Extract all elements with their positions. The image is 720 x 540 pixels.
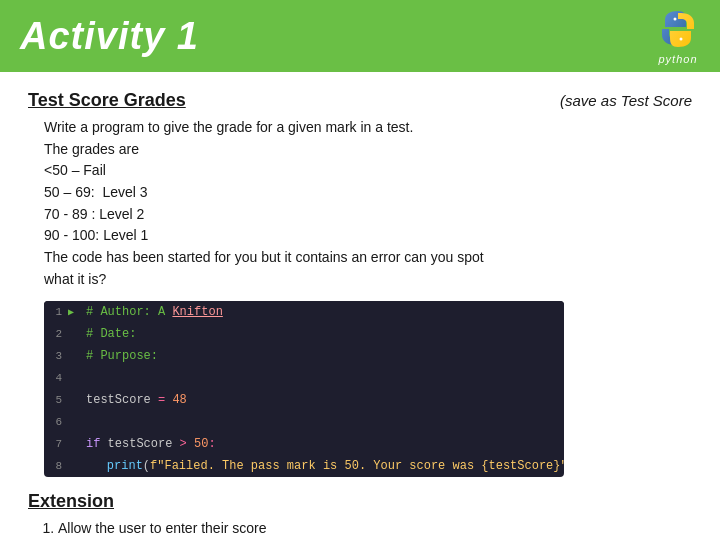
- line-number: 7: [44, 438, 68, 450]
- svg-point-1: [680, 38, 683, 41]
- code-text: # Date:: [86, 327, 136, 341]
- run-btn-spacer: [68, 460, 74, 471]
- code-line-1: 1 ▶ # Author: A Knifton: [44, 301, 564, 323]
- python-label: python: [658, 53, 697, 65]
- run-btn-spacer: [68, 350, 82, 361]
- line-number: 3: [44, 350, 68, 362]
- desc-line-4: 50 – 69: Level 3: [44, 182, 692, 204]
- section-save: (save as Test Score: [560, 92, 692, 109]
- line-number: 5: [44, 394, 68, 406]
- line-number: 6: [44, 416, 68, 428]
- run-btn-spacer: [68, 438, 82, 449]
- run-btn-spacer: [68, 416, 82, 427]
- code-line-3: 3 # Purpose:: [44, 345, 564, 367]
- code-line-5: 5 testScore = 48: [44, 389, 564, 411]
- description: Write a program to give the grade for a …: [28, 117, 692, 291]
- code-line-2: 2 # Date:: [44, 323, 564, 345]
- desc-line-1: Write a program to give the grade for a …: [44, 117, 692, 139]
- line-number: 2: [44, 328, 68, 340]
- code-line-7: 7 if testScore > 50:: [44, 433, 564, 455]
- line-number: 1: [44, 306, 68, 318]
- code-editor[interactable]: 1 ▶ # Author: A Knifton 2 # Date: 3 # Pu…: [44, 301, 564, 477]
- section-header: Test Score Grades (save as Test Score: [28, 90, 692, 111]
- desc-line-6: 90 - 100: Level 1: [44, 225, 692, 247]
- code-text: testScore = 48: [86, 393, 187, 407]
- run-btn-spacer: [68, 328, 82, 339]
- code-text: if testScore > 50:: [86, 437, 216, 451]
- desc-line-5: 70 - 89 : Level 2: [44, 204, 692, 226]
- run-button[interactable]: ▶: [68, 306, 82, 318]
- run-btn-spacer: [68, 394, 82, 405]
- line-number: 8: [44, 460, 68, 472]
- code-line-6: 6: [44, 411, 564, 433]
- run-btn-spacer: [68, 372, 82, 383]
- page-title: Activity 1: [20, 15, 199, 58]
- extension-list: Allow the user to enter their score Give…: [28, 517, 692, 541]
- desc-line-8: what it is?: [44, 269, 692, 291]
- extension-title: Extension: [28, 491, 692, 512]
- desc-line-2: The grades are: [44, 139, 692, 161]
- section-title: Test Score Grades: [28, 90, 186, 111]
- main-content: Test Score Grades (save as Test Score Wr…: [0, 72, 720, 540]
- code-text: # Purpose:: [86, 349, 158, 363]
- desc-line-7: The code has been started for you but it…: [44, 247, 692, 269]
- code-line-8: 8 print(f"Failed. The pass mark is 50. Y…: [44, 455, 564, 477]
- desc-line-3: <50 – Fail: [44, 160, 692, 182]
- header: Activity 1 python: [0, 0, 720, 72]
- svg-point-0: [674, 18, 677, 21]
- python-icon: [656, 7, 700, 51]
- python-logo: python: [656, 7, 700, 65]
- code-text: print(f"Failed. The pass mark is 50. You…: [78, 459, 564, 473]
- extension-item-1: Allow the user to enter their score: [58, 517, 692, 540]
- code-text: # Author: A Knifton: [86, 305, 223, 319]
- code-line-4: 4: [44, 367, 564, 389]
- line-number: 4: [44, 372, 68, 384]
- code-area: 1 ▶ # Author: A Knifton 2 # Date: 3 # Pu…: [44, 301, 692, 477]
